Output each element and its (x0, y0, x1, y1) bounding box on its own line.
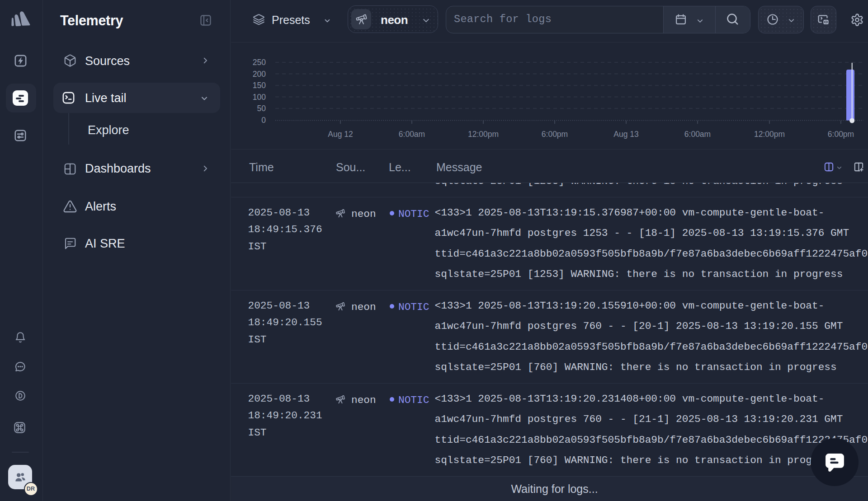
svg-text:6:00am: 6:00am (399, 130, 425, 139)
svg-text:50: 50 (257, 104, 266, 113)
svg-text:250: 250 (253, 58, 266, 67)
svg-text:200: 200 (253, 70, 266, 79)
svg-text:150: 150 (253, 81, 266, 90)
svg-text:6:00am: 6:00am (684, 130, 711, 139)
svg-text:12:00pm: 12:00pm (754, 130, 785, 139)
svg-text:6:00pm: 6:00pm (542, 130, 568, 139)
svg-text:12:00pm: 12:00pm (468, 130, 499, 139)
svg-text:0: 0 (261, 116, 266, 125)
svg-text:100: 100 (253, 93, 266, 102)
svg-text:Aug 12: Aug 12 (328, 130, 353, 139)
svg-text:Aug 13: Aug 13 (613, 130, 638, 139)
svg-text:6:00pm: 6:00pm (828, 130, 854, 139)
